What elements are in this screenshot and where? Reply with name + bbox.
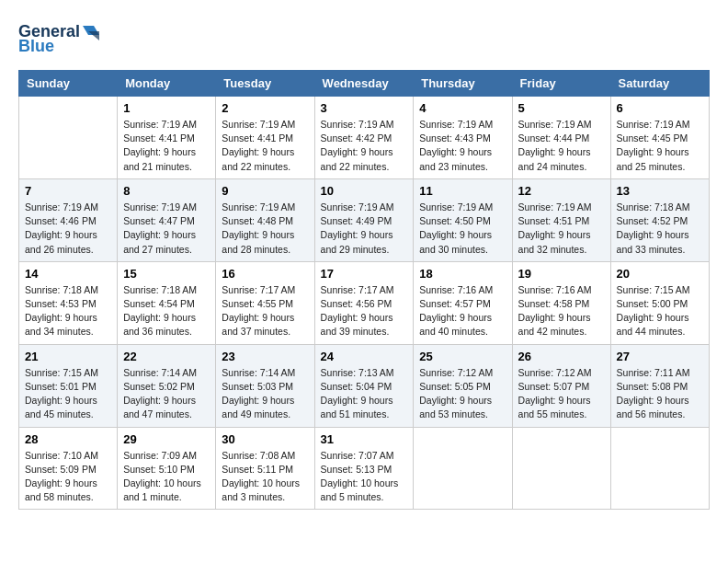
day-info: Sunrise: 7:18 AMSunset: 4:52 PMDaylight:… xyxy=(617,201,703,257)
day-number: 14 xyxy=(25,267,111,281)
day-info: Sunrise: 7:15 AMSunset: 5:00 PMDaylight:… xyxy=(617,283,703,339)
day-number: 24 xyxy=(321,350,408,363)
day-cell xyxy=(19,97,118,179)
day-info: Sunrise: 7:19 AMSunset: 4:43 PMDaylight:… xyxy=(419,118,506,174)
day-number: 3 xyxy=(321,101,408,115)
day-number: 30 xyxy=(222,432,308,446)
week-row-2: 7Sunrise: 7:19 AMSunset: 4:46 PMDaylight… xyxy=(19,178,710,261)
day-cell: 21Sunrise: 7:15 AMSunset: 5:01 PMDayligh… xyxy=(19,344,118,427)
week-row-1: 1Sunrise: 7:19 AMSunset: 4:41 PMDaylight… xyxy=(19,97,710,179)
day-info: Sunrise: 7:10 AMSunset: 5:09 PMDaylight:… xyxy=(25,449,111,505)
day-cell: 6Sunrise: 7:19 AMSunset: 4:45 PMDaylight… xyxy=(610,97,709,179)
day-cell: 15Sunrise: 7:18 AMSunset: 4:54 PMDayligh… xyxy=(118,261,216,344)
day-number: 27 xyxy=(617,350,703,363)
day-info: Sunrise: 7:16 AMSunset: 4:57 PMDaylight:… xyxy=(419,283,506,339)
day-cell: 30Sunrise: 7:08 AMSunset: 5:11 PMDayligh… xyxy=(216,427,314,510)
col-header-saturday: Saturday xyxy=(610,71,709,97)
day-number: 26 xyxy=(518,350,605,363)
day-info: Sunrise: 7:09 AMSunset: 5:10 PMDaylight:… xyxy=(123,449,210,505)
day-info: Sunrise: 7:14 AMSunset: 5:02 PMDaylight:… xyxy=(123,366,210,422)
day-number: 16 xyxy=(222,267,308,281)
day-cell: 31Sunrise: 7:07 AMSunset: 5:13 PMDayligh… xyxy=(314,427,414,510)
svg-text:Blue: Blue xyxy=(18,37,54,55)
day-cell: 20Sunrise: 7:15 AMSunset: 5:00 PMDayligh… xyxy=(610,261,709,344)
day-number: 13 xyxy=(617,184,703,198)
day-info: Sunrise: 7:13 AMSunset: 5:04 PMDaylight:… xyxy=(321,366,408,422)
day-number: 12 xyxy=(518,184,605,198)
day-cell: 28Sunrise: 7:10 AMSunset: 5:09 PMDayligh… xyxy=(19,427,118,510)
day-info: Sunrise: 7:15 AMSunset: 5:01 PMDaylight:… xyxy=(25,366,111,422)
day-number: 11 xyxy=(419,184,506,198)
day-cell: 14Sunrise: 7:18 AMSunset: 4:53 PMDayligh… xyxy=(19,261,118,344)
day-info: Sunrise: 7:12 AMSunset: 5:05 PMDaylight:… xyxy=(419,366,506,422)
day-cell: 18Sunrise: 7:16 AMSunset: 4:57 PMDayligh… xyxy=(414,261,512,344)
day-cell: 17Sunrise: 7:17 AMSunset: 4:56 PMDayligh… xyxy=(314,261,414,344)
day-info: Sunrise: 7:07 AMSunset: 5:13 PMDaylight:… xyxy=(321,449,408,505)
day-info: Sunrise: 7:19 AMSunset: 4:49 PMDaylight:… xyxy=(321,201,408,257)
day-cell: 25Sunrise: 7:12 AMSunset: 5:05 PMDayligh… xyxy=(414,344,512,427)
day-cell: 26Sunrise: 7:12 AMSunset: 5:07 PMDayligh… xyxy=(512,344,610,427)
day-cell: 13Sunrise: 7:18 AMSunset: 4:52 PMDayligh… xyxy=(610,178,709,261)
day-number: 5 xyxy=(518,101,605,115)
day-info: Sunrise: 7:12 AMSunset: 5:07 PMDaylight:… xyxy=(518,366,605,422)
day-cell: 2Sunrise: 7:19 AMSunset: 4:41 PMDaylight… xyxy=(216,97,314,179)
day-number: 21 xyxy=(25,350,111,363)
week-row-3: 14Sunrise: 7:18 AMSunset: 4:53 PMDayligh… xyxy=(19,261,710,344)
day-info: Sunrise: 7:19 AMSunset: 4:50 PMDaylight:… xyxy=(419,201,506,257)
col-header-monday: Monday xyxy=(118,71,216,97)
day-number: 25 xyxy=(419,350,506,363)
day-info: Sunrise: 7:19 AMSunset: 4:48 PMDaylight:… xyxy=(222,201,308,257)
day-info: Sunrise: 7:19 AMSunset: 4:47 PMDaylight:… xyxy=(123,201,210,257)
day-info: Sunrise: 7:17 AMSunset: 4:56 PMDaylight:… xyxy=(321,283,408,339)
day-number: 4 xyxy=(419,101,506,115)
day-info: Sunrise: 7:11 AMSunset: 5:08 PMDaylight:… xyxy=(617,366,703,422)
day-number: 22 xyxy=(123,350,210,363)
calendar-table: SundayMondayTuesdayWednesdayThursdayFrid… xyxy=(18,70,710,510)
day-cell xyxy=(512,427,610,510)
svg-marker-3 xyxy=(88,31,99,40)
day-number: 15 xyxy=(123,267,210,281)
calendar-header-row: SundayMondayTuesdayWednesdayThursdayFrid… xyxy=(19,71,710,97)
day-cell: 24Sunrise: 7:13 AMSunset: 5:04 PMDayligh… xyxy=(314,344,414,427)
logo: General Blue xyxy=(18,18,101,55)
day-number: 6 xyxy=(617,101,703,115)
col-header-friday: Friday xyxy=(512,71,610,97)
day-cell: 4Sunrise: 7:19 AMSunset: 4:43 PMDaylight… xyxy=(414,97,512,179)
day-number: 9 xyxy=(222,184,308,198)
day-cell: 10Sunrise: 7:19 AMSunset: 4:49 PMDayligh… xyxy=(314,178,414,261)
day-number: 8 xyxy=(123,184,210,198)
day-cell: 19Sunrise: 7:16 AMSunset: 4:58 PMDayligh… xyxy=(512,261,610,344)
day-cell: 22Sunrise: 7:14 AMSunset: 5:02 PMDayligh… xyxy=(118,344,216,427)
day-number: 23 xyxy=(222,350,308,363)
day-number: 19 xyxy=(518,267,605,281)
day-cell: 29Sunrise: 7:09 AMSunset: 5:10 PMDayligh… xyxy=(118,427,216,510)
day-number: 2 xyxy=(222,101,308,115)
day-number: 10 xyxy=(321,184,408,198)
day-cell: 5Sunrise: 7:19 AMSunset: 4:44 PMDaylight… xyxy=(512,97,610,179)
col-header-thursday: Thursday xyxy=(414,71,512,97)
day-number: 20 xyxy=(617,267,703,281)
day-number: 29 xyxy=(123,432,210,446)
day-info: Sunrise: 7:16 AMSunset: 4:58 PMDaylight:… xyxy=(518,283,605,339)
day-number: 18 xyxy=(419,267,506,281)
day-cell: 23Sunrise: 7:14 AMSunset: 5:03 PMDayligh… xyxy=(216,344,314,427)
day-cell: 1Sunrise: 7:19 AMSunset: 4:41 PMDaylight… xyxy=(118,97,216,179)
day-info: Sunrise: 7:19 AMSunset: 4:46 PMDaylight:… xyxy=(25,201,111,257)
day-info: Sunrise: 7:18 AMSunset: 4:53 PMDaylight:… xyxy=(25,283,111,339)
day-number: 17 xyxy=(321,267,408,281)
day-cell xyxy=(414,427,512,510)
day-number: 1 xyxy=(123,101,210,115)
day-number: 28 xyxy=(25,432,111,446)
day-info: Sunrise: 7:19 AMSunset: 4:44 PMDaylight:… xyxy=(518,118,605,174)
week-row-5: 28Sunrise: 7:10 AMSunset: 5:09 PMDayligh… xyxy=(19,427,710,510)
day-cell: 3Sunrise: 7:19 AMSunset: 4:42 PMDaylight… xyxy=(314,97,414,179)
day-cell: 16Sunrise: 7:17 AMSunset: 4:55 PMDayligh… xyxy=(216,261,314,344)
week-row-4: 21Sunrise: 7:15 AMSunset: 5:01 PMDayligh… xyxy=(19,344,710,427)
day-cell: 12Sunrise: 7:19 AMSunset: 4:51 PMDayligh… xyxy=(512,178,610,261)
day-cell: 8Sunrise: 7:19 AMSunset: 4:47 PMDaylight… xyxy=(118,178,216,261)
day-info: Sunrise: 7:19 AMSunset: 4:45 PMDaylight:… xyxy=(617,118,703,174)
day-info: Sunrise: 7:18 AMSunset: 4:54 PMDaylight:… xyxy=(123,283,210,339)
day-number: 7 xyxy=(25,184,111,198)
day-info: Sunrise: 7:19 AMSunset: 4:41 PMDaylight:… xyxy=(222,118,308,174)
day-info: Sunrise: 7:19 AMSunset: 4:41 PMDaylight:… xyxy=(123,118,210,174)
